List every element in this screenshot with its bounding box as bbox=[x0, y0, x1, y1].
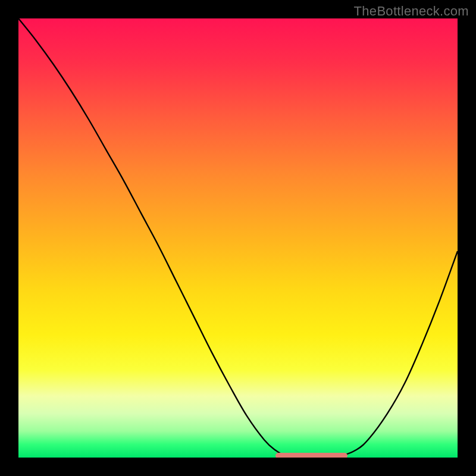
curve-line bbox=[18, 18, 458, 457]
bottleneck-marker bbox=[275, 453, 348, 458]
chart-frame: TheBottleneck.com bbox=[0, 0, 476, 476]
watermark-text: TheBottleneck.com bbox=[354, 4, 469, 19]
plot-area bbox=[18, 18, 458, 458]
curve-svg bbox=[18, 18, 458, 458]
